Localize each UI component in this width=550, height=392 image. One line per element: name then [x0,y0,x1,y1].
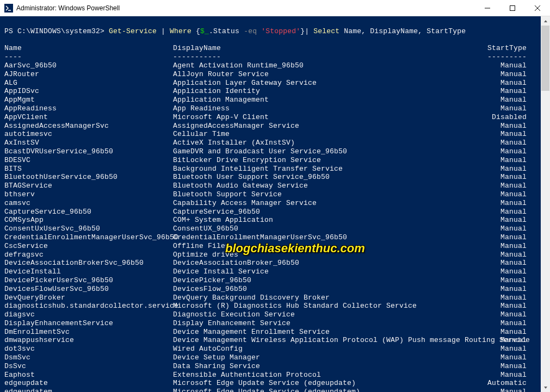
service-name: ALG [4,79,173,88]
service-starttype: Manual [483,345,527,353]
table-row: defragsvcOptimize drivesManual [4,251,536,259]
service-name: AssignedAccessManagerSvc [4,122,173,130]
service-starttype: Manual [483,104,527,113]
header-starttype: StartType [483,44,527,53]
service-name: AarSvc_96b50 [4,61,173,70]
service-displayname: Device Management Wireless Application P… [173,336,483,345]
table-row: diagnosticshub.standardcollector.service… [4,302,536,310]
service-name: DeviceAssociationBrokerSvc_96b50 [4,259,173,267]
service-name: DevicesFlowUserSvc_96b50 [4,285,173,294]
powershell-icon [4,4,13,13]
table-row: EaphostExtensible Authentication Protoco… [4,371,536,379]
service-displayname: Bluetooth Support Service [173,190,483,199]
service-starttype: Manual [483,199,527,208]
scroll-down-arrow[interactable] [541,383,550,392]
service-starttype: Manual [483,156,527,165]
table-row: CredentialEnrollmentManagerUserSvc_96b50… [4,233,536,242]
service-starttype: Manual [483,96,527,104]
service-displayname: App Readiness [173,104,483,113]
table-row: BDESVCBitLocker Drive Encryption Service… [4,156,536,165]
service-starttype: Manual [483,165,527,173]
service-starttype: Manual [483,173,527,182]
service-starttype: Manual [483,87,527,96]
table-row: AppReadinessApp ReadinessManual [4,104,536,113]
service-displayname: CaptureService_96b50 [173,208,483,216]
window-title: Administrator: Windows PowerShell [16,4,475,12]
service-displayname: Offline Files [173,242,483,251]
table-row: edgeupdatemMicrosoft Edge Update Service… [4,388,536,392]
service-displayname: Microsoft Edge Update Service (edgeupdat… [173,379,483,388]
vertical-scrollbar[interactable] [541,16,550,392]
service-name: BDESVC [4,156,173,165]
service-name: DevQueryBroker [4,294,173,302]
service-name: bthserv [4,190,173,199]
maximize-button[interactable] [500,0,525,16]
service-displayname: Capability Access Manager Service [173,199,483,208]
service-displayname: Application Management [173,96,483,104]
service-starttype: Manual [483,267,527,276]
table-row: AppIDSvcApplication IdentityManual [4,87,536,96]
table-row: autotimesvcCellular TimeManual [4,130,536,139]
service-starttype: Manual [483,208,527,216]
service-name: defragsvc [4,251,173,259]
table-row: camsvcCapability Access Manager ServiceM… [4,199,536,208]
table-header-row: NameDisplayNameStartType [4,44,536,53]
service-starttype: Manual [483,294,527,302]
service-displayname: Optimize drives [173,251,483,259]
terminal-output[interactable]: PS C:\WINDOWS\system32> Get-Service | Wh… [0,16,541,392]
service-starttype: Manual [483,190,527,199]
minimize-button[interactable] [475,0,500,16]
table-row: DisplayEnhancementServiceDisplay Enhance… [4,319,536,328]
table-row: AarSvc_96b50Agent Activation Runtime_96b… [4,61,536,70]
table-header-underline: ------------------------ [4,53,536,61]
scroll-thumb[interactable] [541,26,549,91]
scroll-up-arrow[interactable] [541,16,550,26]
service-displayname: Agent Activation Runtime_96b50 [173,61,483,70]
service-displayname: ConsentUX_96b50 [173,225,483,233]
table-row: dmwappushserviceDevice Management Wirele… [4,336,536,345]
service-starttype: Manual [483,251,527,259]
service-name: dmwappushservice [4,336,173,345]
service-name: DsmSvc [4,353,173,362]
service-starttype: Manual [483,388,527,392]
table-row: AxInstSVActiveX Installer (AxInstSV)Manu… [4,139,536,147]
service-displayname: DeviceAssociationBroker_96b50 [173,259,483,267]
terminal-area[interactable]: PS C:\WINDOWS\system32> Get-Service | Wh… [0,16,550,392]
service-name: autotimesvc [4,130,173,139]
service-name: camsvc [4,199,173,208]
service-displayname: DevQuery Background Discovery Broker [173,294,483,302]
service-displayname: DevicesFlow_96b50 [173,285,483,294]
service-displayname: Data Sharing Service [173,362,483,371]
table-row: DsmSvcDevice Setup ManagerManual [4,353,536,362]
service-starttype: Manual [483,216,527,225]
service-displayname: Device Install Service [173,267,483,276]
table-row: diagsvcDiagnostic Execution ServiceManua… [4,310,536,319]
service-name: edgeupdatem [4,388,173,392]
table-row: ConsentUxUserSvc_96b50ConsentUX_96b50Man… [4,225,536,233]
service-starttype: Manual [483,362,527,371]
service-starttype: Manual [483,182,527,190]
service-name: BTAGService [4,182,173,190]
service-displayname: Application Layer Gateway Service [173,79,483,88]
table-row: DmEnrollmentSvcDevice Management Enrollm… [4,328,536,337]
close-button[interactable] [525,0,550,16]
service-starttype: Automatic [483,379,527,388]
service-name: diagsvc [4,310,173,319]
service-starttype: Manual [483,147,527,156]
table-row: CaptureService_96b50CaptureService_96b50… [4,208,536,216]
service-name: DsSvc [4,362,173,371]
scroll-track[interactable] [541,26,550,383]
service-displayname: Microsoft Edge Update Service (edgeupdat… [173,388,483,392]
service-starttype: Manual [483,79,527,88]
service-name: DisplayEnhancementService [4,319,173,328]
table-row: edgeupdateMicrosoft Edge Update Service … [4,379,536,388]
service-name: AppVClient [4,113,173,122]
service-displayname: Application Identity [173,87,483,96]
service-displayname: Background Intelligent Transfer Service [173,165,483,173]
header-name: Name [4,44,173,53]
title-bar: Administrator: Windows PowerShell [0,0,550,16]
table-row: bthservBluetooth Support ServiceManual [4,190,536,199]
service-name: CscService [4,242,173,251]
service-starttype: Manual [483,61,527,70]
service-displayname: Bluetooth User Support Service_96b50 [173,173,483,182]
